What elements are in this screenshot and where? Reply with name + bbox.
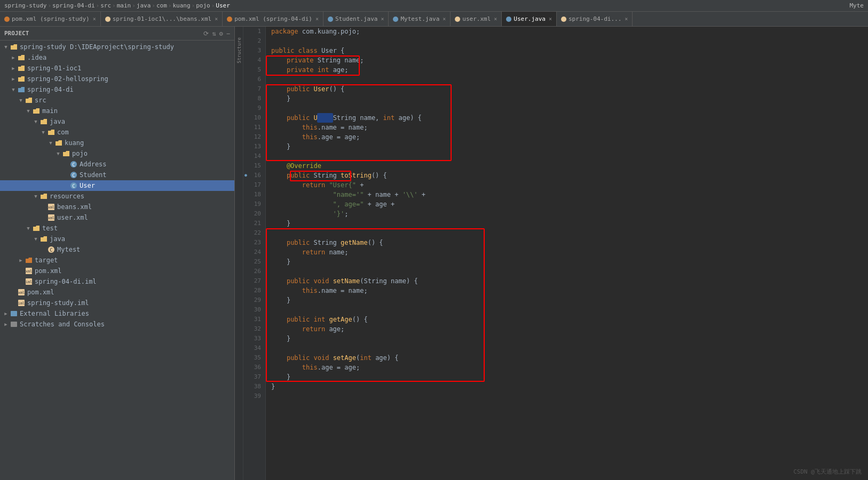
breadcrumb-pojo[interactable]: pojo — [196, 2, 210, 9]
tab-pom-spring-study[interactable]: pom.xml (spring-study)× — [0, 12, 101, 26]
tree-item-2[interactable]: ▶spring-01-ioc1 — [0, 63, 234, 74]
tree-item-5[interactable]: ▼src — [0, 95, 234, 106]
tree-item-8[interactable]: ▼com — [0, 127, 234, 138]
tree-arrow-5[interactable]: ▼ — [17, 98, 25, 103]
tree-icon-20 — [25, 256, 33, 265]
tree-item-26[interactable]: ▶Scratches and Consoles — [0, 319, 234, 330]
tab-close-pom-spring-study[interactable]: × — [93, 16, 96, 22]
tree-icon-9 — [54, 139, 63, 147]
tab-close-pom-spring-04[interactable]: × — [315, 16, 319, 22]
tab-mytest-java[interactable]: Mytest.java× — [389, 12, 451, 26]
tree-item-6[interactable]: ▼main — [0, 106, 234, 116]
tree-arrow-17[interactable]: ▼ — [25, 226, 32, 231]
tree-item-1[interactable]: ▶.idea — [0, 52, 234, 63]
line-num-29: 29 — [243, 295, 265, 305]
tab-beans-xml[interactable]: spring-01-ioc1\...\beans.xml× — [101, 12, 223, 26]
tree-arrow-10[interactable]: ▼ — [54, 151, 62, 156]
sidebar-close-icon[interactable]: − — [226, 30, 230, 37]
tree-item-4[interactable]: ▼spring-04-di — [0, 84, 234, 95]
tree-arrow-6[interactable]: ▼ — [25, 108, 32, 114]
tab-user-xml[interactable]: user.xml× — [451, 12, 502, 26]
tree-arrow-7[interactable]: ▼ — [32, 119, 40, 124]
code-line-13: } — [266, 142, 868, 151]
tab-close-student-java[interactable]: × — [381, 16, 384, 22]
tree-item-17[interactable]: ▼test — [0, 223, 234, 234]
sidebar-expand-icon[interactable]: ⇅ — [212, 30, 216, 37]
code-line-18: "name='" + name + '\\' + — [266, 190, 868, 199]
tree-item-15[interactable]: xmlbeans.xml — [0, 202, 234, 212]
tree-item-0[interactable]: ▼spring-study D:\IDEAproject\spring-stud… — [0, 42, 234, 52]
breadcrumb-kuang[interactable]: kuang — [172, 2, 190, 9]
tab-close-spring-04-di-iml[interactable]: × — [625, 16, 628, 22]
tab-label-student-java: Student.java — [335, 15, 377, 22]
code-line-14 — [266, 151, 868, 161]
tree-label-11: Address — [80, 161, 107, 168]
breadcrumb-com[interactable]: com — [156, 2, 167, 9]
line-num-22: 22 — [243, 228, 265, 238]
tab-label-mytest-java: Mytest.java — [400, 15, 439, 22]
code-line-19: ", age=" + age + — [266, 199, 868, 209]
line-num-20: 20 — [243, 209, 265, 219]
tree-item-10[interactable]: ▼pojo — [0, 148, 234, 159]
breadcrumb-java[interactable]: java — [137, 2, 151, 9]
sidebar-settings-icon[interactable]: ⚙ — [219, 30, 223, 37]
tree-arrow-18[interactable]: ▼ — [32, 236, 40, 242]
tree-label-7: java — [50, 118, 65, 125]
tree-arrow-9[interactable]: ▼ — [47, 140, 54, 146]
tab-label-user-xml: user.xml — [462, 15, 491, 22]
code-line-35: public void setAge(int age) { — [266, 353, 868, 363]
tree-arrow-4[interactable]: ▼ — [10, 87, 17, 92]
breadcrumb-src[interactable]: src — [100, 2, 111, 9]
tree-item-25[interactable]: ▶External Libraries — [0, 308, 234, 319]
tree-arrow-8[interactable]: ▼ — [40, 130, 47, 135]
tree-item-20[interactable]: ▶target — [0, 255, 234, 266]
tab-close-beans-xml[interactable]: × — [215, 16, 218, 22]
tree-item-16[interactable]: xmluser.xml — [0, 212, 234, 223]
line-num-17: 17 — [243, 180, 265, 190]
tree-item-24[interactable]: imlspring-study.iml — [0, 298, 234, 308]
code-line-16: public String toString() { — [266, 171, 868, 180]
sidebar-sync-icon[interactable]: ⟳ — [203, 30, 209, 37]
tree-arrow-26[interactable]: ▶ — [2, 322, 10, 327]
tree-label-12: Student — [80, 171, 107, 179]
tree-icon-3 — [17, 75, 26, 83]
svg-rect-20 — [11, 311, 17, 316]
code-line-39 — [266, 391, 868, 401]
line-num-4: 4 — [243, 55, 265, 65]
tab-spring-04-di-iml[interactable]: spring-04-di...× — [557, 12, 633, 26]
tree-item-14[interactable]: ▼resources — [0, 191, 234, 202]
tree-item-7[interactable]: ▼java — [0, 116, 234, 127]
tab-student-java[interactable]: Student.java× — [323, 12, 389, 26]
breadcrumb-spring-04-di[interactable]: spring-04-di — [52, 2, 94, 9]
tree-item-18[interactable]: ▼java — [0, 234, 234, 244]
tree-item-22[interactable]: imlspring-04-di.iml — [0, 276, 234, 287]
tree-item-23[interactable]: xmlpom.xml — [0, 287, 234, 298]
tab-icon-user-java — [506, 17, 511, 22]
tab-close-user-java[interactable]: × — [549, 16, 552, 22]
editor-area[interactable]: 1234567891011121314151617181920212223242… — [243, 27, 868, 480]
tree-item-9[interactable]: ▼kuang — [0, 138, 234, 148]
tree-item-12[interactable]: CStudent — [0, 170, 234, 180]
tree-arrow-0[interactable]: ▼ — [2, 44, 10, 50]
tree-arrow-25[interactable]: ▶ — [2, 311, 10, 316]
tab-pom-spring-04[interactable]: pom.xml (spring-04-di)× — [223, 12, 323, 26]
tree-arrow-14[interactable]: ▼ — [32, 194, 40, 199]
tree-item-21[interactable]: xmlpom.xml — [0, 266, 234, 276]
tree-arrow-1[interactable]: ▶ — [10, 55, 17, 60]
tree-item-11[interactable]: CAddress — [0, 159, 234, 170]
breadcrumb-main[interactable]: main — [117, 2, 131, 9]
tab-close-mytest-java[interactable]: × — [443, 16, 446, 22]
tree-item-19[interactable]: CMytest — [0, 244, 234, 255]
tab-close-user-xml[interactable]: × — [494, 16, 497, 22]
breadcrumb-spring-study[interactable]: spring-study — [4, 2, 46, 9]
tree-arrow-3[interactable]: ▶ — [10, 76, 17, 82]
tree-item-3[interactable]: ▶spring-02-hellospring — [0, 74, 234, 84]
svg-rect-21 — [11, 322, 17, 327]
tree-arrow-20[interactable]: ▶ — [17, 258, 25, 263]
tree-item-13[interactable]: CUser — [0, 180, 234, 191]
code-line-31: public int getAge() { — [266, 315, 868, 324]
tree-arrow-2[interactable]: ▶ — [10, 66, 17, 71]
code-content[interactable]: package com.kuang.pojo; public class Use… — [266, 27, 868, 480]
line-num-21: 21 — [243, 219, 265, 228]
tab-user-java[interactable]: User.java× — [502, 12, 557, 26]
